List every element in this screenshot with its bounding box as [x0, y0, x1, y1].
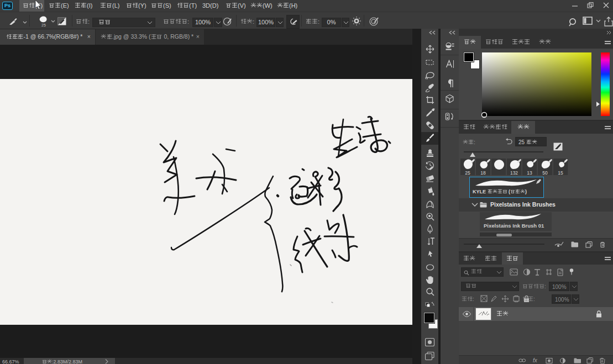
svg-text:fx: fx	[533, 357, 538, 363]
